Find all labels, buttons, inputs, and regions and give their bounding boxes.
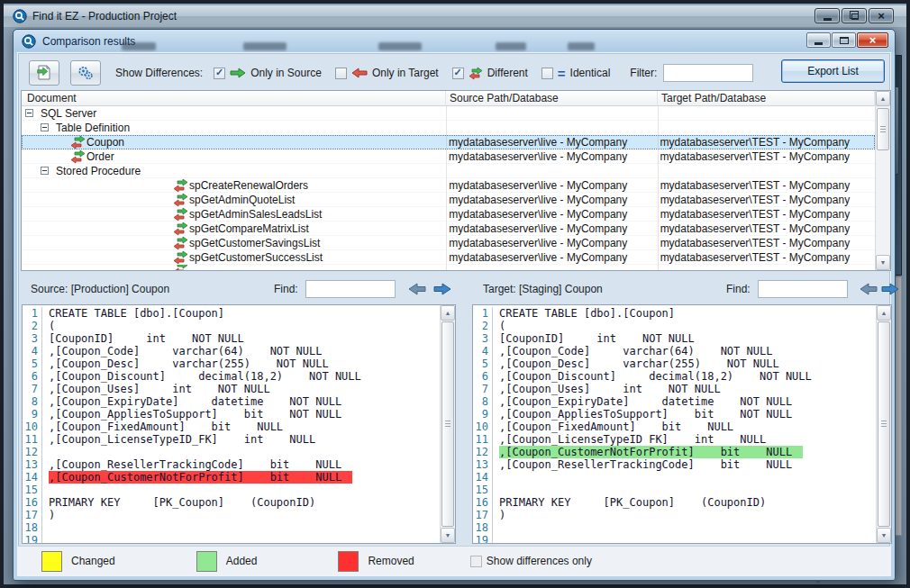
- dialog-logo-icon: [22, 34, 36, 49]
- code-text: ,[Coupon_ExpiryDate] datetime NOT NULL: [42, 395, 341, 408]
- code-text: ,[Coupon_Code] varchar(64) NOT NULL: [493, 345, 772, 357]
- code-line: 19: [23, 534, 440, 543]
- legend-label: Added: [226, 555, 258, 567]
- dialog-maximize-button[interactable]: [832, 32, 856, 48]
- code-text: [42, 521, 49, 534]
- code-line: 13,[Coupon_ResellerTrackingCode] bit NUL…: [23, 458, 440, 471]
- scrollbar-thumb[interactable]: [877, 108, 889, 150]
- code-line: 13,[Coupon_ResellerTrackingCode] bit NUL…: [473, 458, 876, 471]
- target-find-next-icon[interactable]: [881, 283, 899, 295]
- target-path-cell: [657, 106, 875, 121]
- column-header-source-path[interactable]: Source Path/Database: [446, 91, 658, 105]
- column-header-target-path[interactable]: Target Path/Database: [658, 91, 875, 105]
- show-differences-only-label: Show differences only: [487, 555, 592, 567]
- code-line: 2(: [473, 320, 876, 332]
- tree-row[interactable]: spGetAdminSalesLeadsListmydatabaseserver…: [22, 207, 875, 222]
- added-highlight: ,[Coupon_CustomerNotForProfit] bit NULL: [499, 446, 803, 458]
- collapse-expander-icon[interactable]: [25, 109, 33, 117]
- main-close-button[interactable]: ×: [869, 8, 894, 23]
- code-line: 8,[Coupon_ExpiryDate] datetime NOT NULL: [473, 395, 876, 408]
- source-find-previous-icon[interactable]: [408, 283, 426, 295]
- line-number: 4: [23, 345, 42, 357]
- scroll-down-button[interactable]: ▼: [876, 255, 890, 270]
- source-pane-scrollbar[interactable]: ▲ ▼: [440, 305, 455, 543]
- toolbar: Show Differences: ✓Only in SourceOnly in…: [18, 58, 890, 88]
- tree-row[interactable]: Ordermydatabaseserver\live - MyCompanymy…: [22, 149, 875, 164]
- target-find-input[interactable]: [758, 280, 848, 298]
- tree-row[interactable]: Stored Procedure: [22, 164, 875, 178]
- code-line: 6,[Coupon_Discount] decimal(18,2) NOT NU…: [473, 370, 876, 383]
- dialog-minimize-button[interactable]: [806, 32, 831, 48]
- scrollbar-thumb[interactable]: [878, 321, 890, 527]
- tree-row[interactable]: spGetCompareMatrixListmydatabaseserver\l…: [22, 222, 875, 236]
- line-number: 13: [23, 458, 42, 471]
- tree-item-label: SQL Server: [41, 107, 96, 120]
- app-logo-icon: [13, 9, 27, 23]
- tree-row[interactable]: Table Definition: [22, 121, 875, 135]
- checkbox[interactable]: [335, 68, 347, 79]
- code-line: 9,[Coupon_AppliesToSupport] bit NOT NULL: [473, 408, 876, 421]
- target-find-previous-icon[interactable]: [860, 283, 878, 295]
- filter-item: ✓Different: [452, 67, 528, 80]
- code-text: ,[Coupon_Desc] varchar(255) NOT NULL: [42, 357, 329, 370]
- scroll-down-button[interactable]: ▼: [441, 528, 455, 543]
- scroll-down-button[interactable]: ▼: [877, 528, 891, 543]
- tree-row[interactable]: [22, 265, 875, 270]
- filter-item: =Identical: [541, 67, 610, 80]
- code-line: 17): [473, 509, 876, 521]
- document-cell: spGetAdminQuoteList: [22, 193, 445, 207]
- line-number: 17: [23, 509, 42, 521]
- target-pane-scrollbar[interactable]: ▲ ▼: [876, 305, 891, 543]
- filter-input[interactable]: [663, 64, 753, 82]
- target-path-cell: mydatabaseserver\TEST - MyCompany: [657, 250, 875, 265]
- tree-row[interactable]: Couponmydatabaseserver\live - MyCompanym…: [22, 135, 875, 149]
- source-code: 1CREATE TABLE [dbo].[Coupon]2(3[CouponID…: [23, 305, 440, 543]
- scroll-up-button[interactable]: ▲: [441, 305, 455, 321]
- legend-items: ChangedAddedRemoved: [18, 551, 414, 572]
- target-path-cell: mydatabaseserver\TEST - MyCompany: [657, 193, 875, 207]
- scroll-up-button[interactable]: ▲: [877, 305, 891, 321]
- line-number: 19: [473, 534, 493, 543]
- compare-settings-button[interactable]: [70, 60, 101, 86]
- code-text: ): [42, 509, 55, 521]
- show-differences-only-checkbox[interactable]: [470, 556, 482, 567]
- blurred-menu-item: [378, 42, 422, 50]
- main-restore-button[interactable]: [842, 8, 867, 23]
- line-number: 17: [473, 509, 493, 521]
- check-mark-icon: ✓: [215, 68, 223, 77]
- code-text: [CouponID] int NOT NULL: [493, 332, 695, 345]
- code-text: ,[Coupon_AppliesToSupport] bit NOT NULL: [493, 408, 792, 421]
- close-icon: ×: [869, 34, 877, 46]
- filter-item: ✓Only in Source: [214, 67, 322, 79]
- dialog-close-button[interactable]: ×: [857, 32, 888, 48]
- tree-row[interactable]: spGetCustomerSuccessListmydatabaseserver…: [22, 250, 875, 265]
- comparison-tree: Document Source Path/Database Target Pat…: [21, 90, 891, 271]
- tree-row[interactable]: spGetAdminQuoteListmydatabaseserver\live…: [22, 193, 875, 207]
- tree-scrollbar[interactable]: ▲ ▼: [875, 91, 890, 270]
- collapse-expander-icon[interactable]: [41, 123, 49, 131]
- tree-row[interactable]: SQL Server: [22, 106, 875, 121]
- filter-icon-wrap: [230, 68, 246, 78]
- scroll-up-button[interactable]: ▲: [876, 91, 890, 106]
- export-list-button[interactable]: Export List: [781, 59, 885, 83]
- main-window: Find it EZ - Production Project × Curren…: [0, 0, 910, 588]
- source-path-cell: mydatabaseserver\live - MyCompany: [445, 178, 656, 193]
- target-find-label: Find:: [726, 283, 751, 295]
- code-text: ,[Coupon_FixedAmount] bit NULL: [42, 421, 283, 433]
- tree-row[interactable]: spCreateRenewalOrdersmydatabaseserver\li…: [22, 178, 875, 193]
- legend-label: Changed: [71, 555, 115, 567]
- checkbox[interactable]: ✓: [452, 68, 464, 79]
- checkbox[interactable]: [541, 68, 553, 79]
- main-minimize-button[interactable]: [814, 8, 840, 23]
- code-text: (: [493, 320, 505, 332]
- column-header-document[interactable]: Document: [22, 91, 446, 105]
- tree-row[interactable]: spGetCustomerSavingsListmydatabaseserver…: [22, 236, 875, 250]
- blurred-menu-item: [243, 42, 287, 50]
- scrollbar-thumb[interactable]: [441, 321, 454, 527]
- collapse-expander-icon[interactable]: [41, 167, 49, 175]
- export-report-button[interactable]: [29, 60, 59, 86]
- source-find-input[interactable]: [305, 280, 396, 298]
- source-find-next-icon[interactable]: [433, 283, 451, 295]
- checkbox[interactable]: ✓: [214, 68, 225, 79]
- target-path-cell: [657, 164, 875, 178]
